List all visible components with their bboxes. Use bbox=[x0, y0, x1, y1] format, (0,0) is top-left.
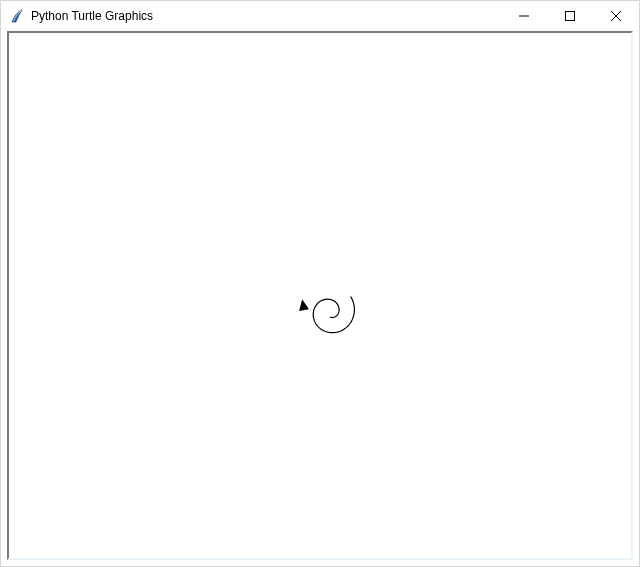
canvas-frame bbox=[7, 31, 633, 560]
python-tk-feather-icon bbox=[9, 8, 25, 24]
turtle-cursor-icon bbox=[299, 299, 309, 311]
minimize-icon bbox=[519, 11, 529, 21]
turtle-canvas[interactable] bbox=[9, 33, 631, 560]
client-area bbox=[1, 31, 639, 566]
titlebar[interactable]: Python Turtle Graphics bbox=[1, 1, 639, 31]
close-button[interactable] bbox=[593, 1, 639, 31]
maximize-icon bbox=[565, 11, 575, 21]
close-icon bbox=[611, 11, 621, 21]
svg-rect-1 bbox=[566, 12, 575, 21]
window-title: Python Turtle Graphics bbox=[31, 9, 153, 23]
spiral-drawing bbox=[313, 296, 354, 332]
app-window: Python Turtle Graphics bbox=[0, 0, 640, 567]
maximize-button[interactable] bbox=[547, 1, 593, 31]
window-controls bbox=[501, 1, 639, 31]
minimize-button[interactable] bbox=[501, 1, 547, 31]
